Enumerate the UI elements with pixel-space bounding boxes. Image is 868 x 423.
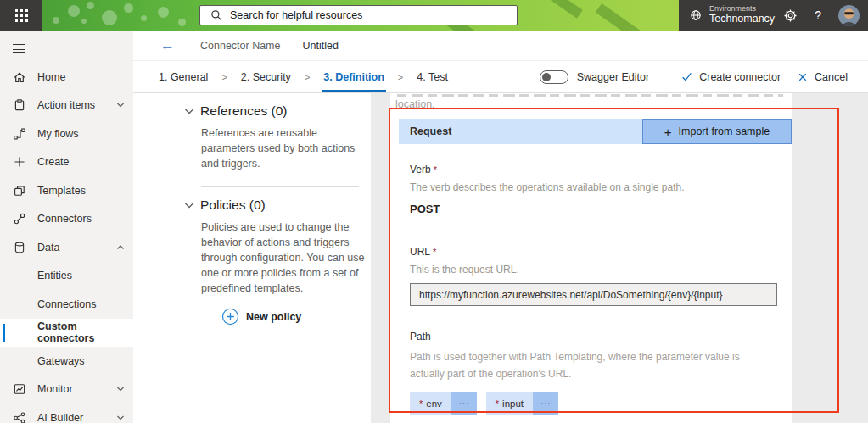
sidebar-item-connectors[interactable]: Connectors [0,205,133,234]
policies-section-header[interactable]: Policies (0) [133,198,371,213]
sidebar-item-label: Create [37,156,125,168]
request-section-header: Request + Import from sample [399,119,792,144]
chevron-down-icon [116,415,125,421]
path-label: Path [410,331,431,342]
chevron-down-icon [116,386,125,392]
settings-gear-icon[interactable] [783,8,798,23]
templates-icon [13,184,26,198]
chevron-down-icon [184,108,194,115]
policies-description: Policies are used to change the behavior… [201,220,367,296]
url-description: This is the request URL. [410,264,792,276]
decor-bubble [178,19,186,26]
sidebar-item-label: Custom connectors [37,320,125,344]
decor-bubble [87,2,94,9]
environments-icon [689,8,703,22]
sidebar-item-label: Home [37,71,125,83]
chevron-down-icon [116,102,125,109]
tab-test[interactable]: 4. Test [415,61,450,92]
sidebar-item-ai-builder[interactable]: AI Builder [0,404,133,423]
sidebar-item-label: Connectors [37,213,125,225]
path-param-env-chip[interactable]: * env ⋯ [410,392,477,415]
swagger-editor-toggle[interactable] [540,70,568,84]
search-input[interactable]: Search for helpful resources [199,5,518,25]
home-icon [13,70,26,84]
sidebar-item-data[interactable]: Data [0,233,133,262]
back-arrow-icon[interactable]: ← [160,38,175,53]
connector-header: ← Connector Name Untitled [133,31,868,61]
required-marker: * [434,164,437,175]
sidebar-item-home[interactable]: Home [0,63,133,92]
tab-security[interactable]: 2. Security [239,61,293,92]
swagger-editor-label: Swagger Editor [577,71,649,83]
search-placeholder: Search for helpful resources [230,9,362,21]
clipboard-icon [13,98,26,112]
sidebar-item-label: Monitor [37,383,105,395]
decor-bubble [141,15,147,21]
section-divider [201,186,359,187]
chevron-down-icon [184,202,194,209]
ai-builder-icon [13,411,26,423]
sidebar-item-label: Gateways [37,355,125,367]
environment-picker[interactable]: Environments Technomancy [689,5,775,25]
path-field: Path Path is used together with Path Tem… [410,328,792,415]
required-marker: * [496,398,499,409]
checkmark-icon [681,71,692,82]
chip-menu-icon[interactable]: ⋯ [533,392,558,415]
left-nav: Home Action items My flows Create Templa… [0,31,133,423]
sidebar-item-label: Data [37,242,105,253]
url-input[interactable] [410,283,777,306]
sidebar-item-custom-connectors[interactable]: Custom connectors [0,319,133,348]
sidebar-item-templates[interactable]: Templates [0,176,133,205]
sidebar-item-my-flows[interactable]: My flows [0,120,133,148]
environment-name: Technomancy [709,14,775,25]
create-connector-label: Create connector [699,71,781,83]
definition-tree-panel: References (0) References are reusable p… [133,93,371,423]
close-icon [798,72,808,82]
sidebar-item-entities[interactable]: Entities [0,262,133,291]
references-description: References are reusable parameters used … [201,125,367,171]
toggle-knob [542,73,551,81]
sidebar-item-connections[interactable]: Connections [0,290,133,319]
path-param-name: input [502,398,524,409]
cancel-button[interactable]: Cancel [798,71,848,83]
sidebar-item-label: Connections [37,298,125,310]
verb-description: The verb describes the operations availa… [410,181,792,193]
new-policy-button[interactable]: New policy [221,308,371,326]
import-from-sample-button[interactable]: + Import from sample [642,119,792,144]
app-launcher-button[interactable] [0,0,42,31]
path-description: Path is used together with Path Templati… [410,348,775,382]
top-bar: Search for helpful resources Environment… [0,0,868,31]
url-field: URL* This is the request URL. [410,243,792,306]
tab-definition[interactable]: 3. Definition [322,61,386,92]
user-avatar[interactable] [838,5,860,26]
plus-icon [13,155,26,169]
help-icon[interactable]: ? [815,8,821,22]
cancel-label: Cancel [815,71,848,83]
nav-collapse-button[interactable] [0,31,133,63]
connector-name-label: Connector Name [200,40,281,52]
sidebar-item-label: AI Builder [37,412,105,423]
chevron-up-icon [116,244,125,251]
plus-icon: + [664,125,672,138]
decor-bubble [68,5,80,17]
decor-leaf [540,0,582,19]
references-section-header[interactable]: References (0) [133,103,371,119]
sidebar-item-gateways[interactable]: Gateways [0,347,133,376]
request-title: Request [410,125,451,137]
verb-value: POST [410,203,792,215]
import-from-sample-label: Import from sample [679,125,770,137]
operation-detail-panel: location. Request + Import from sample V… [390,93,792,423]
path-param-name: env [426,398,442,409]
sidebar-item-monitor[interactable]: Monitor [0,376,133,404]
required-marker: * [419,398,423,409]
connector-name-value[interactable]: Untitled [303,40,339,52]
tab-general[interactable]: 1. General [157,61,210,92]
sidebar-item-create[interactable]: Create [0,148,133,177]
chip-menu-icon[interactable]: ⋯ [451,392,477,415]
sidebar-item-action-items[interactable]: Action items [0,92,133,120]
avatar-image [838,5,860,26]
create-connector-button[interactable]: Create connector [681,71,781,83]
decor-bubble [124,3,133,13]
references-title: References (0) [200,103,288,119]
path-param-input-chip[interactable]: * input ⋯ [486,392,558,415]
